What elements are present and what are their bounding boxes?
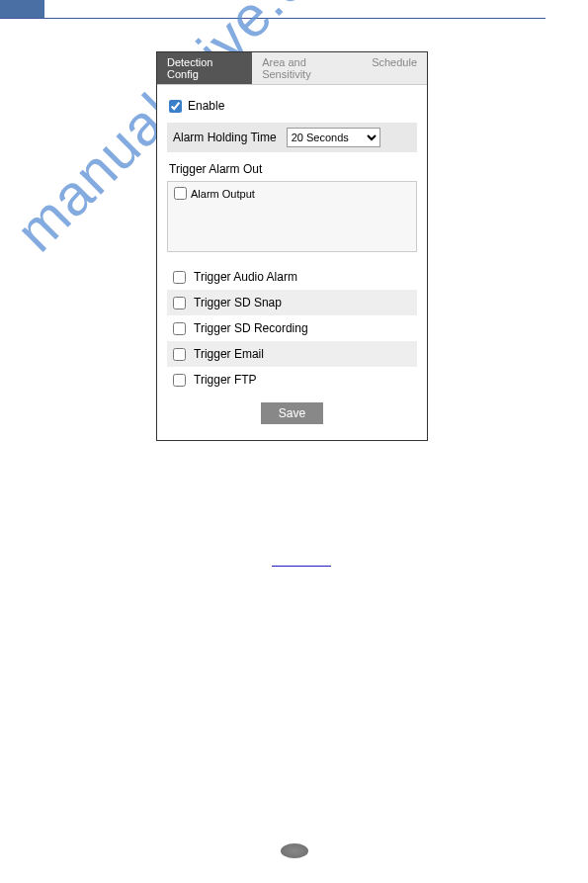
holding-time-row: Alarm Holding Time 20 Seconds bbox=[167, 123, 417, 152]
trigger-ftp-row: Trigger FTP bbox=[167, 367, 417, 393]
enable-row: Enable bbox=[167, 93, 417, 123]
enable-checkbox[interactable] bbox=[169, 100, 182, 113]
trigger-audio-label: Trigger Audio Alarm bbox=[194, 270, 297, 284]
save-row: Save bbox=[167, 393, 417, 430]
alarm-output-label: Alarm Output bbox=[191, 188, 255, 200]
save-button[interactable]: Save bbox=[261, 402, 323, 424]
trigger-recording-label: Trigger SD Recording bbox=[194, 321, 308, 335]
trigger-snap-row: Trigger SD Snap bbox=[167, 290, 417, 315]
panel-body: Enable Alarm Holding Time 20 Seconds Tri… bbox=[157, 85, 427, 440]
holding-time-label: Alarm Holding Time bbox=[173, 131, 277, 144]
trigger-alarm-out-label: Trigger Alarm Out bbox=[167, 160, 417, 181]
trigger-ftp-label: Trigger FTP bbox=[194, 373, 257, 387]
alarm-output-row: Alarm Output bbox=[174, 187, 410, 200]
header-rule bbox=[0, 18, 546, 20]
enable-label: Enable bbox=[188, 99, 224, 113]
trigger-audio-checkbox[interactable] bbox=[173, 271, 186, 284]
link-underline bbox=[272, 566, 331, 567]
trigger-audio-row: Trigger Audio Alarm bbox=[167, 264, 417, 290]
trigger-recording-checkbox[interactable] bbox=[173, 322, 186, 335]
page-number-oval bbox=[281, 843, 308, 858]
trigger-recording-row: Trigger SD Recording bbox=[167, 315, 417, 341]
trigger-email-checkbox[interactable] bbox=[173, 348, 186, 361]
detection-config-panel: Detection Config Area and Sensitivity Sc… bbox=[156, 51, 428, 441]
tab-detection-config[interactable]: Detection Config bbox=[157, 52, 252, 84]
tab-bar: Detection Config Area and Sensitivity Sc… bbox=[157, 52, 427, 85]
trigger-snap-label: Trigger SD Snap bbox=[194, 296, 282, 309]
holding-time-select[interactable]: 20 Seconds bbox=[287, 128, 380, 147]
trigger-email-label: Trigger Email bbox=[194, 347, 264, 361]
tab-area-sensitivity[interactable]: Area and Sensitivity bbox=[252, 52, 362, 84]
tab-schedule[interactable]: Schedule bbox=[362, 52, 427, 84]
alarm-output-box: Alarm Output bbox=[167, 181, 417, 252]
trigger-snap-checkbox[interactable] bbox=[173, 297, 186, 309]
header-corner-tab bbox=[0, 0, 44, 18]
trigger-ftp-checkbox[interactable] bbox=[173, 374, 186, 387]
trigger-email-row: Trigger Email bbox=[167, 341, 417, 367]
alarm-output-checkbox[interactable] bbox=[174, 187, 187, 200]
